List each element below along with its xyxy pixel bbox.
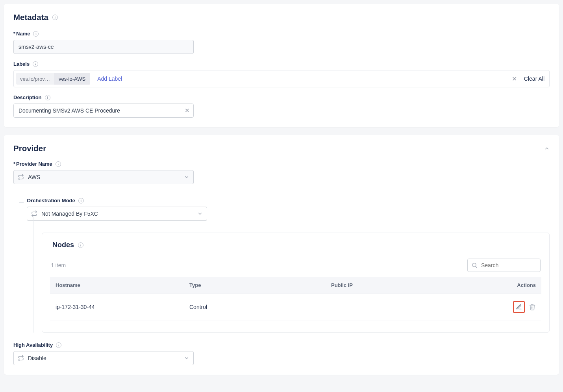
- info-icon[interactable]: i: [56, 342, 61, 348]
- provider-name-select[interactable]: AWS: [13, 170, 194, 184]
- col-actions: Actions: [486, 277, 541, 294]
- search-icon: [471, 262, 478, 268]
- provider-name-label: *Provider Name i: [13, 161, 550, 167]
- label-chip-value: ves-io-AWS: [54, 73, 90, 85]
- nodes-toolbar: 1 item: [50, 259, 541, 277]
- nodes-subsection: Nodes i 1 item Hostname: [42, 221, 550, 333]
- info-icon[interactable]: i: [78, 242, 83, 248]
- provider-name-field: *Provider Name i AWS: [13, 161, 550, 184]
- col-hostname: Hostname: [50, 277, 184, 294]
- description-label: Description i: [13, 94, 550, 100]
- ha-field: High Availability i Disable: [13, 342, 550, 365]
- provider-card: Provider *Provider Name i AWS Orchestrat…: [4, 135, 559, 375]
- labels-label: Labels i: [13, 61, 550, 67]
- table-header-row: Hostname Type Public IP Actions: [50, 277, 541, 294]
- metadata-title-text: Metadata: [13, 13, 48, 22]
- nodes-title: Nodes i: [50, 241, 541, 249]
- ha-value: Disable: [28, 355, 46, 361]
- ha-label: High Availability i: [13, 342, 550, 348]
- table-row: ip-172-31-30-44 Control: [50, 294, 541, 320]
- description-field: Description i ✕: [13, 94, 550, 118]
- provider-title-text: Provider: [13, 144, 46, 153]
- info-icon[interactable]: i: [33, 61, 38, 67]
- swap-icon: [18, 174, 24, 180]
- edit-button[interactable]: [513, 301, 525, 313]
- orchestration-value: Not Managed By F5XC: [41, 211, 98, 217]
- clear-all-button[interactable]: Clear All: [524, 76, 544, 82]
- labels-container: ves.io/provi... ves-io-AWS Add Label ✕ C…: [13, 70, 550, 87]
- cell-publicip: [326, 294, 486, 320]
- label-chip[interactable]: ves.io/provi... ves-io-AWS: [16, 73, 90, 85]
- orchestration-label: Orchestration Mode i: [27, 198, 550, 203]
- cell-actions: [486, 294, 541, 320]
- provider-title-row: Provider: [13, 144, 550, 153]
- info-icon[interactable]: i: [78, 198, 84, 203]
- name-field: *Name i: [13, 31, 550, 54]
- orchestration-subsection: Orchestration Mode i Not Managed By F5XC…: [27, 191, 550, 333]
- swap-icon: [31, 211, 37, 217]
- chevron-down-icon: [197, 211, 203, 216]
- ha-select[interactable]: Disable: [13, 351, 194, 365]
- metadata-card: Metadata i *Name i Labels i ves.io/provi…: [4, 4, 559, 127]
- add-label-button[interactable]: Add Label: [95, 76, 122, 82]
- col-publicip: Public IP: [326, 277, 486, 294]
- name-input[interactable]: [13, 40, 194, 54]
- delete-button[interactable]: [529, 303, 536, 311]
- clear-labels-icon[interactable]: ✕: [509, 75, 519, 83]
- orchestration-select[interactable]: Not Managed By F5XC: [27, 207, 207, 221]
- info-icon[interactable]: i: [56, 161, 61, 167]
- info-icon[interactable]: i: [52, 15, 58, 20]
- swap-icon: [18, 355, 24, 361]
- labels-field: Labels i ves.io/provi... ves-io-AWS Add …: [13, 61, 550, 87]
- label-chip-key: ves.io/provi...: [16, 76, 54, 82]
- svg-line-1: [476, 266, 477, 268]
- chevron-down-icon: [184, 355, 189, 361]
- info-icon[interactable]: i: [45, 95, 50, 100]
- chevron-down-icon: [184, 174, 189, 180]
- name-label: *Name i: [13, 31, 550, 37]
- chevron-up-icon[interactable]: [544, 146, 550, 151]
- provider-title: Provider: [13, 144, 46, 153]
- description-input[interactable]: [13, 104, 194, 118]
- col-type: Type: [184, 277, 326, 294]
- provider-name-value: AWS: [28, 174, 40, 180]
- metadata-title: Metadata i: [13, 13, 550, 22]
- nodes-count: 1 item: [51, 262, 66, 268]
- svg-point-0: [472, 263, 476, 267]
- info-icon[interactable]: i: [33, 31, 39, 37]
- search-input[interactable]: [467, 259, 541, 272]
- search-box: [467, 259, 541, 272]
- cell-hostname: ip-172-31-30-44: [50, 294, 184, 320]
- nodes-panel: Nodes i 1 item Hostname: [42, 233, 550, 333]
- nodes-table: Hostname Type Public IP Actions ip-172-3…: [50, 277, 541, 320]
- cell-type: Control: [184, 294, 326, 320]
- clear-description-icon[interactable]: ✕: [185, 107, 190, 114]
